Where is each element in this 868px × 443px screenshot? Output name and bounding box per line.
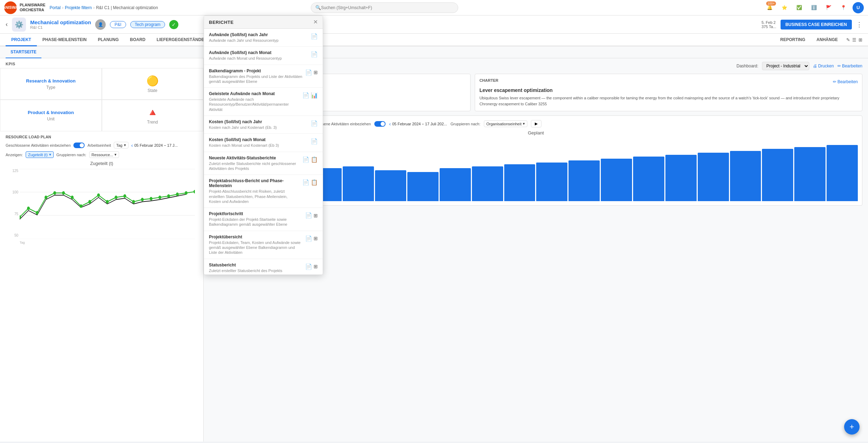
svg-point-18 [141, 198, 144, 201]
unit-dropdown[interactable]: Tag ▾ [114, 142, 129, 148]
search-bar[interactable]: 🔍 [311, 2, 458, 13]
report-name-7: Projektabschluss-Bericht und Phase-Meile… [209, 178, 300, 188]
svg-point-17 [132, 200, 135, 204]
report-item-6[interactable]: Neueste Aktivitäts-Statusberichte Zuletz… [204, 152, 323, 175]
report-desc-9: Projekt-Eckdaten, Team, Kosten und Aufwä… [209, 240, 302, 255]
table-icon[interactable]: ☰ [852, 37, 856, 42]
breadcrumb-current: R&I C1 | Mechanical optimization [96, 5, 158, 10]
flag-button[interactable]: 🚩 [823, 2, 834, 13]
bar-16 [730, 151, 761, 201]
kpi-product-innovation[interactable]: Product & Innovation Unit [0, 100, 102, 131]
report-text-7: Projektabschluss-Bericht und Phase-Meile… [209, 178, 300, 204]
bar-17 [762, 149, 793, 201]
prev-arrow[interactable]: ‹ [131, 143, 133, 148]
chevron-down-icon: ▾ [124, 143, 126, 147]
tab-phase-meilenstein[interactable]: PHASE-MEILENSTEIN [37, 34, 92, 46]
report-item-3[interactable]: Geleistete Aufwände nach Monat Geleistet… [204, 88, 323, 116]
toggle-switch[interactable] [73, 143, 85, 148]
report-item-9[interactable]: Projektübersicht Projekt-Eckdaten, Team,… [204, 231, 323, 259]
y-125: 125 [8, 169, 18, 173]
fab-add-button[interactable]: + [844, 419, 860, 435]
print-button[interactable]: 🖨 Drucken [813, 64, 834, 68]
bar-9 [504, 164, 535, 201]
expand-icon[interactable]: ⊞ [859, 37, 862, 42]
report-item-0[interactable]: Aufwände (Soll/Ist) nach Jahr Aufwände n… [204, 29, 323, 47]
project-title: Mechanical optimization [30, 19, 91, 25]
report-item-1[interactable]: Aufwände (Soll/Ist) nach Monat Aufwände … [204, 47, 323, 65]
location-button[interactable]: 📍 [838, 2, 849, 13]
res-toggle-switch[interactable] [374, 121, 386, 127]
chart-area: Zugeteilt (t) 125 100 75 50 [6, 161, 198, 250]
tab-board[interactable]: BOARD [124, 34, 151, 46]
breadcrumb-filter[interactable]: Projekte filtern [65, 5, 92, 10]
svg-point-11 [80, 204, 83, 208]
breadcrumb-portal[interactable]: Portal [50, 5, 60, 10]
group-dropdown[interactable]: Ressource... ▾ [89, 151, 119, 158]
grid-icon: ⊞ [314, 213, 318, 218]
tab-anhänge[interactable]: ANHÄNGE [811, 34, 843, 46]
info-button[interactable]: ℹ️ [808, 2, 820, 13]
svg-point-13 [97, 193, 100, 197]
chevron-down-icon: ▾ [114, 152, 117, 157]
business-case-button[interactable]: BUSINESS CASE EINREICHEN [781, 20, 852, 29]
project-icon: ⚙️ [12, 18, 26, 32]
kpi-sub-ri: Type [46, 85, 55, 90]
edit-button[interactable]: ✏ Bearbeiten [837, 64, 862, 68]
kpi-trend[interactable]: 🔺 Trend [102, 100, 204, 131]
tab2-startseite[interactable]: STARTSEITE [6, 46, 41, 58]
svg-point-16 [123, 194, 126, 198]
more-options-button[interactable]: ⋮ [856, 21, 862, 28]
tab-liefergegenstände[interactable]: LIEFERGEGENSTÄNDE [151, 34, 210, 46]
report-desc-3: Geleistete Aufwände nach Ressourcentyp/B… [209, 97, 300, 112]
report-desc-10: Zuletzt erstellter Statusbericht des Pro… [209, 268, 302, 273]
tab-planung[interactable]: PLANUNG [92, 34, 124, 46]
tag-tech[interactable]: Tech program [130, 21, 165, 28]
modal-close-button[interactable]: ✕ [313, 19, 318, 25]
search-input[interactable] [321, 5, 454, 10]
svg-point-14 [106, 200, 109, 204]
reports-modal: BERICHTE ✕ Aufwände (Soll/Ist) nach Jahr… [204, 15, 323, 275]
kpi-research-innovation[interactable]: Research & Innovation Type [0, 68, 102, 100]
tab-projekt[interactable]: PROJEKT [6, 34, 37, 46]
report-item-5[interactable]: Kosten (Soll/Ist) nach Monat Kosten nach… [204, 134, 323, 152]
topnav-right: 🔔 100+ ⭐ ✅ ℹ️ 🚩 📍 U [764, 2, 864, 13]
report-item-7[interactable]: Projektabschluss-Bericht und Phase-Meile… [204, 175, 323, 208]
report-text-1: Aufwände (Soll/Ist) nach Monat Aufwände … [209, 50, 308, 61]
tag-pai[interactable]: P&I [110, 21, 126, 28]
report-item-2[interactable]: Balkendiagramm - Projekt Balkendiagramm … [204, 65, 323, 88]
user-avatar[interactable]: U [853, 2, 864, 13]
svg-point-20 [158, 196, 161, 199]
report-item-4[interactable]: Kosten (Soll/Ist) nach Jahr Kosten nach … [204, 116, 323, 134]
apply-button[interactable]: ▶ [531, 120, 541, 127]
bell-icon: 🔔 [767, 5, 772, 10]
report-desc-1: Aufwände nach Monat und Ressourcentyp [209, 56, 308, 61]
svg-point-6 [36, 211, 39, 214]
edit-icon[interactable]: ✎ [846, 37, 850, 42]
check-icon: ✅ [796, 5, 802, 10]
kpi-label-pi: Product & Innovation [28, 110, 74, 115]
svg-point-8 [53, 191, 56, 195]
pdf-icon: 📄 [302, 156, 309, 163]
back-button[interactable]: ‹ [6, 21, 8, 28]
notifications-button[interactable]: 🔔 100+ [764, 2, 775, 13]
kpi-label-ri: Research & Innovation [26, 78, 75, 84]
report-item-8[interactable]: Projektfortschritt Projekt-Eckdaten der … [204, 208, 323, 231]
pdf-icon: 📄 [305, 263, 312, 270]
res-group-dropdown[interactable]: Organisationseinheit ▾ [484, 120, 527, 127]
search-icon: 🔍 [315, 5, 321, 10]
report-item-10[interactable]: Statusbericht Zuletzt erstellter Statusb… [204, 259, 323, 275]
ppt-icon: 📋 [311, 179, 318, 186]
bar-7 [440, 168, 471, 201]
favorites-button[interactable]: ⭐ [779, 2, 790, 13]
show-dropdown[interactable]: Zugeteilt (t) ▾ [26, 151, 54, 158]
dashboard-select[interactable]: Project - Industrial [762, 62, 809, 70]
report-desc-6: Zuletzt erstellte Statusberichte nicht g… [209, 161, 300, 171]
kpi-state[interactable]: 🟡 State [102, 68, 204, 100]
charter-edit-button[interactable]: ✏ Bearbeiten [833, 79, 858, 84]
report-name-2: Balkendiagramm - Projekt [209, 68, 302, 73]
res-date-nav: ‹ 05 Februar 2024 - 17 Juli 202... [389, 121, 447, 127]
tasks-button[interactable]: ✅ [794, 2, 805, 13]
res-prev-arrow[interactable]: ‹ [389, 121, 391, 127]
tab-reporting[interactable]: REPORTING [775, 34, 811, 46]
app-name: PLANISWARE ORCHESTRA [20, 3, 45, 12]
